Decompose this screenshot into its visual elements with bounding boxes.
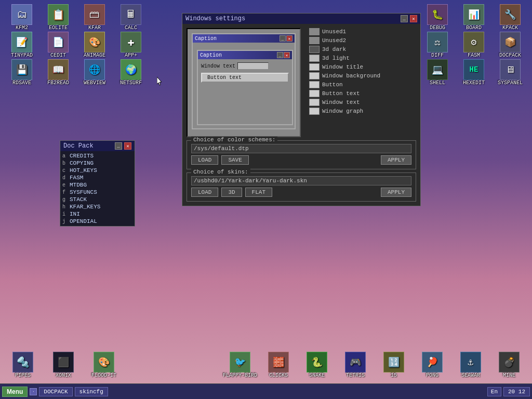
preview-inner-min-button[interactable]: _ bbox=[277, 52, 283, 58]
taskbar-lang[interactable]: En bbox=[487, 387, 501, 396]
menu-button[interactable]: Menu bbox=[2, 387, 28, 397]
docpack-item-copying[interactable]: b COPYING bbox=[60, 159, 135, 167]
color-scheme-buttons: LOAD SAVE APPLY bbox=[191, 155, 411, 165]
settings-preview: Caption _ ✕ Caption _ ✕ bbox=[187, 28, 301, 137]
desktop-icon-fb2read[interactable]: 📖 FB2READ bbox=[41, 59, 76, 86]
skins-load-button[interactable]: LOAD bbox=[191, 188, 218, 197]
skins-3d-button[interactable]: 3D bbox=[221, 188, 242, 197]
skins-group: Choice of skins: LOAD 3D FLAT APPLY bbox=[187, 172, 416, 202]
taskbar-dot: · bbox=[30, 388, 37, 395]
color-item-3d-light[interactable]: 3d light bbox=[309, 55, 416, 62]
desktop-icon-debug[interactable]: 🐛 DEBUG bbox=[420, 4, 455, 31]
desktop-icon-board[interactable]: 📊 BOARD bbox=[456, 4, 491, 31]
color-label-btn-text: Button text bbox=[322, 90, 360, 97]
desktop-icon-kfar[interactable]: 🗃 KFAR bbox=[77, 4, 112, 31]
docpack-item-mtdbg[interactable]: e MTDBG bbox=[60, 181, 135, 189]
desktop-icons-top-left: 🗂 KFM2 📋 EOLITE 🗃 KFAR 🖩 CALC 📝 TINYPAD … bbox=[4, 4, 155, 86]
settings-content: Caption _ ✕ Caption _ ✕ bbox=[182, 24, 420, 206]
desktop-icon-calc[interactable]: 🖩 CALC bbox=[113, 4, 149, 31]
color-swatch-unused1 bbox=[309, 28, 320, 35]
desktop-icon-kpack[interactable]: 🔧 KPACK bbox=[493, 4, 528, 31]
color-item-btn-text[interactable]: Button text bbox=[309, 90, 416, 97]
desktop-icon-diff[interactable]: ⚖ DIFF bbox=[420, 32, 455, 58]
color-item-3d-dark[interactable]: 3d dark bbox=[309, 46, 416, 53]
desktop-icon-kfm2[interactable]: 🗂 KFM2 bbox=[4, 4, 39, 31]
preview-window-body: Window text Button text bbox=[198, 59, 292, 86]
desktop-icon-webview[interactable]: 🌐 WEBVIEW bbox=[77, 59, 112, 86]
docpack-item-credits[interactable]: a CREDITS bbox=[60, 152, 135, 159]
desktop-icon-tinypad[interactable]: 📝 TINYPAD bbox=[4, 32, 39, 58]
desktop-icon-pong[interactable]: 🏓 PONG bbox=[415, 352, 450, 378]
preview-outer-min-button[interactable]: _ bbox=[280, 35, 286, 42]
docpack-item-sysfuncs[interactable]: f SYSFUNCS bbox=[60, 189, 135, 196]
color-scheme-load-button[interactable]: LOAD bbox=[191, 155, 218, 165]
desktop-icon-mine[interactable]: 💣 MINE bbox=[491, 352, 527, 378]
docpack-label-mtdbg: MTDBG bbox=[70, 182, 87, 188]
preview-outer-close-button[interactable]: ✕ bbox=[286, 35, 292, 42]
desktop-icon-eolite[interactable]: 📋 EOLITE bbox=[41, 4, 76, 31]
docpack-item-fasm[interactable]: d FASM bbox=[60, 174, 135, 181]
preview-button[interactable]: Button text bbox=[201, 73, 289, 83]
color-scheme-save-button[interactable]: SAVE bbox=[221, 155, 248, 165]
docpack-item-ini[interactable]: i INI bbox=[60, 210, 135, 218]
skins-apply-button[interactable]: APPLY bbox=[381, 188, 411, 197]
taskbar-docpack[interactable]: DOCPACK bbox=[39, 387, 72, 396]
preview-inner-close-button[interactable]: ✕ bbox=[284, 52, 290, 58]
desktop-icon-tetris[interactable]: 🎮 TETRIS bbox=[338, 352, 373, 378]
settings-title: Windows settings bbox=[185, 15, 398, 22]
docpack-item-opendial[interactable]: j OPENDIAL bbox=[60, 218, 135, 225]
desktop-icon-pipes[interactable]: 🔩 PIPES bbox=[5, 352, 41, 378]
preview-outer-caption: Caption _ ✕ bbox=[193, 34, 295, 43]
docpack-item-stack[interactable]: g STACK bbox=[60, 196, 135, 203]
color-item-win-title[interactable]: Window title bbox=[309, 63, 416, 71]
desktop-icon-netsurf[interactable]: 🌍 NETSURF bbox=[113, 59, 149, 86]
color-item-button[interactable]: Button bbox=[309, 81, 416, 88]
color-scheme-apply-button[interactable]: APPLY bbox=[381, 155, 411, 165]
desktop-icon-docpack[interactable]: 📦 DOCPACK bbox=[493, 32, 528, 58]
desktop-icon-hexedit[interactable]: HE HEXEDIT bbox=[456, 59, 491, 86]
desktop-icon-animage[interactable]: 🎨 ANIMAGE bbox=[77, 32, 112, 58]
docpack-minimize-button[interactable]: _ bbox=[115, 142, 122, 150]
color-item-win-bg[interactable]: Window background bbox=[309, 72, 416, 79]
skins-flat-button[interactable]: FLAT bbox=[245, 188, 272, 197]
docpack-key-i: i bbox=[62, 211, 70, 217]
skins-input[interactable] bbox=[191, 176, 411, 185]
taskbar: Menu · DOCPACK skincfg En 20 12 bbox=[0, 383, 532, 399]
docpack-label-hot-keys: HOT_KEYS bbox=[70, 167, 97, 174]
desktop-icon-flood[interactable]: 🎨 FLOOD-IT bbox=[86, 352, 122, 378]
preview-inner-window: Caption _ ✕ Window text Button text bbox=[197, 50, 293, 125]
desktop-icon-clicks[interactable]: 🧱 CLICKS bbox=[261, 352, 296, 378]
preview-inner-title: Caption bbox=[200, 52, 277, 58]
taskbar-skincfg[interactable]: skincfg bbox=[75, 387, 108, 396]
docpack-label-opendial: OPENDIAL bbox=[70, 218, 97, 224]
color-item-unused1[interactable]: Unused1 bbox=[309, 28, 416, 35]
color-label-unused1: Unused1 bbox=[322, 29, 346, 35]
docpack-close-button[interactable]: ✕ bbox=[124, 142, 131, 150]
desktop-icon-rdsave[interactable]: 💾 RDSAVE bbox=[4, 59, 39, 86]
settings-minimize-button[interactable]: _ bbox=[401, 15, 408, 22]
desktop-icon-snake[interactable]: 🐍 SNAKE bbox=[299, 352, 335, 378]
desktop-icon-fasm[interactable]: ⚙ FASM bbox=[456, 32, 491, 58]
desktop-icon-shell[interactable]: 💻 SHELL bbox=[420, 59, 455, 86]
desktop-icon-seawar[interactable]: ⚓ SEAWAR bbox=[453, 352, 488, 378]
color-scheme-input[interactable] bbox=[191, 144, 411, 153]
docpack-key-f: f bbox=[62, 190, 70, 195]
preview-outer-window: Caption _ ✕ Caption _ ✕ bbox=[192, 33, 296, 129]
docpack-item-hot-keys[interactable]: c HOT_KEYS bbox=[60, 167, 135, 174]
color-label-3d-dark: 3d dark bbox=[322, 46, 346, 52]
color-item-win-text[interactable]: Window text bbox=[309, 99, 416, 106]
desktop-icon-xonix[interactable]: ⬛ XONIX bbox=[46, 352, 81, 378]
desktop-icon-15[interactable]: 🔢 15 bbox=[376, 352, 411, 378]
desktop-icon-appplus[interactable]: ✚ APP+ bbox=[113, 32, 149, 58]
color-item-win-graph[interactable]: Window graph bbox=[309, 108, 416, 115]
desktop-icon-syspanel[interactable]: 🖥 SYSPANEL bbox=[493, 59, 528, 86]
settings-close-button[interactable]: ✕ bbox=[410, 15, 417, 22]
color-swatch-3d-dark bbox=[309, 46, 320, 53]
color-item-unused2[interactable]: Unused2 bbox=[309, 37, 416, 44]
preview-outer-buttons: _ ✕ bbox=[280, 35, 292, 42]
desktop-icon-cedit[interactable]: 📄 CEDIT bbox=[41, 32, 76, 58]
docpack-item-kfar-keys[interactable]: h KFAR_KEYS bbox=[60, 203, 135, 210]
desktop-icon-flappy[interactable]: 🐦 FLAPPY-BIRD bbox=[222, 352, 258, 378]
preview-outer-title: Caption bbox=[195, 36, 280, 42]
color-swatch-win-bg bbox=[309, 72, 320, 79]
